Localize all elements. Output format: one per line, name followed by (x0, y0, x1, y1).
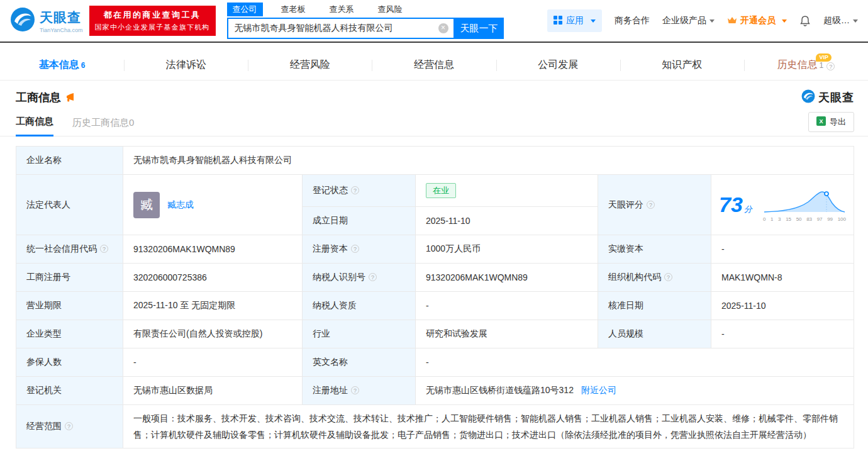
tianyancha-logo[interactable]: 天眼查 TianYanCha.com (10, 7, 83, 35)
field-label: 企业类型 (26, 328, 62, 338)
help-icon[interactable] (100, 245, 108, 253)
staff-size-value: - (711, 320, 854, 348)
enterprise-products-label: 企业级产品 (662, 15, 706, 26)
export-button[interactable]: X 导出 (808, 112, 854, 132)
tab-history-info[interactable]: VIP 历史信息1 (744, 50, 868, 80)
reg-number-label: 工商注册号 (16, 264, 123, 292)
industry-label: 行业 (303, 320, 416, 348)
business-term-value: 2025-11-10 至 无固定期限 (123, 292, 303, 320)
section-brand-logo[interactable]: 天眼查 (801, 89, 854, 106)
apps-button-label: 应用 (566, 15, 584, 26)
legal-rep-name-link[interactable]: 臧志成 (167, 199, 194, 211)
establish-date-value: 2025-11-10 (416, 207, 598, 235)
legal-rep-cell: 臧 臧志成 (123, 175, 303, 235)
search-tab-risk[interactable]: 查风险 (372, 3, 408, 16)
field-label: 人员规模 (608, 328, 643, 338)
tab-label: 历史信息 (777, 58, 818, 72)
taxpayer-id-value: 91320206MAK1WQMN89 (416, 264, 598, 292)
tab-basic-info[interactable]: 基本信息6 (0, 50, 124, 80)
tab-operating-risk[interactable]: 经营风险 (248, 50, 372, 80)
status-badge: 在业 (426, 183, 456, 198)
subtab-business-info[interactable]: 工商信息 (16, 111, 53, 136)
notification-bell-icon[interactable] (799, 15, 811, 26)
tab-label: 法律诉讼 (166, 58, 206, 72)
legal-rep-avatar[interactable]: 臧 (133, 192, 160, 218)
field-label: 营业期限 (26, 300, 62, 310)
field-label: 参保人数 (26, 357, 62, 367)
search-button[interactable]: 天眼一下 (455, 18, 504, 39)
export-button-label: 导出 (830, 116, 846, 128)
company-type-value: 有限责任公司(自然人投资或控股) (123, 320, 303, 348)
field-label: 英文名称 (313, 357, 348, 367)
table-row: 经营范围 一般项目：技术服务、技术开发、技术咨询、技术交流、技术转让、技术推广；… (16, 405, 854, 448)
help-icon[interactable] (826, 62, 835, 70)
tab-label: 公司发展 (538, 58, 578, 72)
subtabs: 工商信息 历史工商信息0 X 导出 (0, 111, 868, 136)
table-row: 营业期限 2025-11-10 至 无固定期限 纳税人资质 - 核准日期 202… (16, 292, 854, 320)
section-brand-text: 天眼查 (818, 90, 854, 105)
table-row: 参保人数 - 英文名称 - (16, 348, 854, 377)
field-label: 企业名称 (26, 155, 62, 165)
clear-icon[interactable] (438, 23, 448, 33)
help-icon[interactable] (647, 201, 655, 209)
taxpayer-quality-label: 纳税人资质 (303, 292, 416, 320)
tab-intellectual-property[interactable]: 知识产权 (620, 50, 744, 80)
help-icon[interactable] (664, 273, 672, 281)
tyc-score-label: 天眼评分 (598, 175, 711, 235)
score-number: 73 (719, 192, 743, 216)
field-label: 实缴资本 (608, 243, 643, 253)
megaphone-icon (65, 92, 75, 103)
company-type-label: 企业类型 (16, 320, 123, 348)
field-label: 成立日期 (313, 215, 348, 225)
reg-status-label: 登记状态 (303, 175, 416, 207)
header-right-nav: 应用 商务合作 企业级产品 开通会员 超级… (547, 9, 858, 32)
tab-label: 基本信息 (39, 58, 79, 72)
tab-label: 经营风险 (290, 58, 330, 72)
apps-button[interactable]: 应用 (547, 9, 602, 32)
credit-code-value: 91320206MAK1WQMN89 (123, 235, 303, 264)
tab-count: 6 (81, 61, 86, 70)
header-divider (0, 42, 868, 43)
business-scope-label: 经营范围 (16, 405, 123, 448)
score-distribution-chart: 0131550839799100 (763, 188, 846, 222)
search-input-wrap (227, 18, 455, 39)
help-icon[interactable] (65, 422, 73, 430)
insured-count-label: 参保人数 (16, 348, 123, 377)
table-row: 统一社会信用代码 91320206MAK1WQMN89 注册资本 1000万人民… (16, 235, 854, 264)
link-enterprise-products[interactable]: 企业级产品 (662, 15, 715, 26)
section-head: 工商信息 天眼查 (0, 81, 868, 111)
field-label: 登记机关 (26, 385, 62, 395)
company-name-value: 无锡市凯奇具身智能机器人科技有限公司 (123, 147, 854, 175)
nearby-companies-link[interactable]: 附近公司 (581, 385, 616, 395)
promo-line1: 都在用的商业查询工具 (95, 9, 210, 21)
reg-authority-value: 无锡市惠山区数据局 (123, 377, 303, 405)
tab-operating-info[interactable]: 经营信息 (372, 50, 496, 80)
search-tab-company[interactable]: 查公司 (227, 3, 263, 16)
help-icon[interactable] (351, 245, 359, 253)
search-tab-boss[interactable]: 查老板 (275, 3, 311, 16)
reg-capital-value: 1000万人民币 (416, 235, 598, 264)
legal-rep-label: 法定代表人 (16, 175, 123, 235)
reg-capital-label: 注册资本 (303, 235, 416, 264)
promo-badge: 都在用的商业查询工具 国家中小企业发展子基金旗下机构 (89, 6, 216, 36)
search-input[interactable] (228, 19, 453, 38)
account-menu[interactable]: 超级… (823, 15, 858, 26)
field-label: 注册资本 (313, 243, 348, 253)
tab-legal-proceedings[interactable]: 法律诉讼 (124, 50, 248, 80)
search-tab-relation[interactable]: 查关系 (324, 3, 360, 16)
subtab-history-business-info[interactable]: 历史工商信息0 (72, 112, 134, 136)
help-icon[interactable] (351, 186, 359, 194)
help-icon[interactable] (351, 386, 359, 394)
chevron-down-icon (782, 19, 787, 23)
vip-upgrade-link[interactable]: 开通会员 (727, 15, 787, 26)
paid-capital-value: - (711, 235, 854, 264)
tab-label: 知识产权 (662, 58, 702, 72)
link-business-cooperation[interactable]: 商务合作 (615, 15, 650, 26)
account-menu-label: 超级… (823, 15, 850, 26)
tab-company-development[interactable]: 公司发展 (496, 50, 620, 80)
reg-address-value: 无锡市惠山区钱桥街道钱蕴路10号312附近公司 (416, 377, 854, 405)
field-label: 登记状态 (313, 185, 348, 195)
table-row: 登记机关 无锡市惠山区数据局 注册地址 无锡市惠山区钱桥街道钱蕴路10号312附… (16, 377, 854, 405)
help-icon[interactable] (369, 273, 377, 281)
chevron-down-icon (709, 19, 715, 23)
